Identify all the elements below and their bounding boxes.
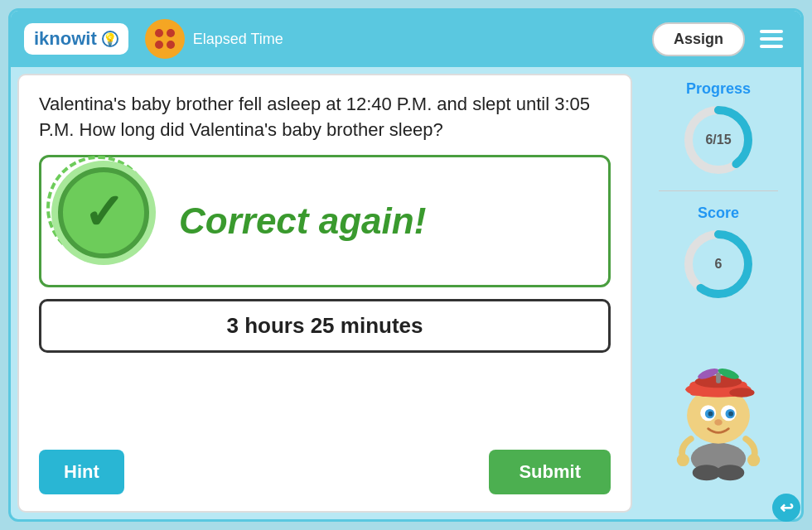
svg-point-23 bbox=[677, 454, 689, 466]
correct-banner: ✓ Correct again! bbox=[39, 155, 611, 287]
timer-dot bbox=[167, 29, 175, 37]
timer-label: Elapsed Time bbox=[193, 31, 283, 48]
correct-text: Correct again! bbox=[179, 200, 426, 242]
header: iknowit 💡 Elapsed Time Assign bbox=[11, 11, 801, 67]
logo-text: iknowit bbox=[34, 28, 97, 50]
logo-icon: 💡 bbox=[102, 31, 118, 47]
checkmark-icon: ✓ bbox=[83, 188, 124, 238]
main-content: Valentina's baby brother fell asleep at … bbox=[11, 67, 801, 519]
hint-button[interactable]: Hint bbox=[39, 450, 124, 494]
answer-box: 3 hours 25 minutes bbox=[39, 299, 611, 353]
menu-button[interactable] bbox=[755, 25, 788, 53]
progress-circle: 6/15 bbox=[681, 103, 756, 177]
progress-title: Progress bbox=[644, 80, 793, 98]
left-panel: Valentina's baby brother fell asleep at … bbox=[17, 74, 632, 513]
timer-dots bbox=[152, 26, 178, 52]
timer-dot bbox=[155, 29, 163, 37]
menu-icon bbox=[760, 37, 783, 41]
svg-point-24 bbox=[747, 454, 760, 466]
score-title: Score bbox=[644, 205, 793, 222]
timer-dot bbox=[167, 41, 175, 49]
bulb-icon: 💡 bbox=[103, 32, 117, 46]
svg-point-22 bbox=[714, 419, 722, 426]
score-circle: 6 bbox=[681, 227, 756, 301]
progress-value: 6/15 bbox=[705, 132, 731, 147]
svg-rect-13 bbox=[716, 372, 721, 383]
menu-icon bbox=[760, 30, 783, 33]
arrow-left-icon: ↩ bbox=[780, 498, 794, 518]
assign-button[interactable]: Assign bbox=[652, 22, 745, 56]
mascot-character bbox=[665, 349, 772, 498]
svg-point-12 bbox=[729, 388, 754, 397]
timer-dot bbox=[155, 41, 163, 49]
svg-point-6 bbox=[716, 465, 744, 480]
app-container: iknowit 💡 Elapsed Time Assign bbox=[8, 8, 804, 522]
progress-section: Progress 6/15 bbox=[644, 80, 793, 177]
score-section: Score 6 bbox=[644, 205, 793, 301]
logo-area: iknowit 💡 bbox=[24, 23, 128, 55]
score-value: 6 bbox=[715, 257, 723, 272]
svg-point-21 bbox=[728, 412, 733, 417]
nav-arrow-button[interactable]: ↩ bbox=[772, 494, 800, 519]
question-text: Valentina's baby brother fell asleep at … bbox=[39, 92, 611, 143]
timer-circle bbox=[145, 19, 185, 59]
right-panel: Progress 6/15 Score bbox=[636, 67, 801, 519]
mascot-area bbox=[665, 315, 772, 506]
divider bbox=[659, 190, 778, 191]
menu-icon bbox=[760, 45, 783, 48]
medal-circle: ✓ bbox=[58, 167, 149, 258]
submit-button[interactable]: Submit bbox=[489, 450, 611, 494]
timer-area: Elapsed Time bbox=[145, 19, 283, 59]
medal-wrapper: ✓ bbox=[58, 167, 166, 275]
svg-point-20 bbox=[708, 412, 713, 417]
question-area: Valentina's baby brother fell asleep at … bbox=[39, 92, 611, 430]
bottom-buttons: Hint Submit bbox=[39, 450, 611, 494]
